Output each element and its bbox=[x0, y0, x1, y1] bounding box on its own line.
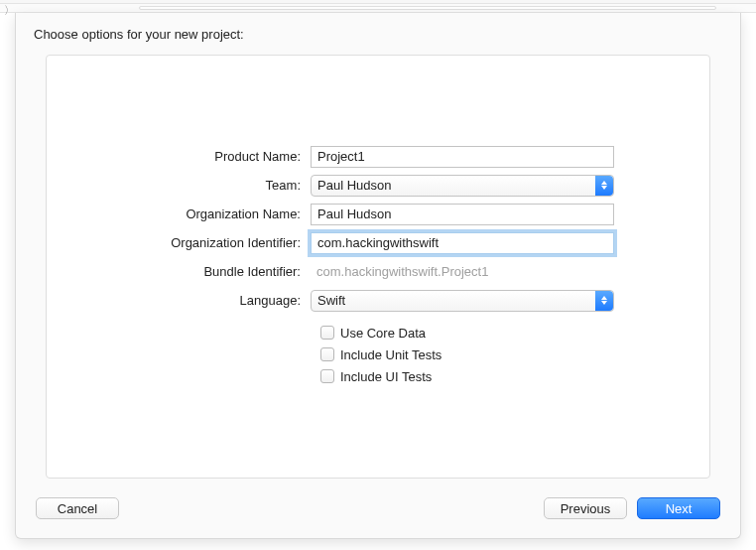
language-popup[interactable]: Swift bbox=[311, 290, 614, 312]
sheet-title: Choose options for your new project: bbox=[16, 13, 740, 42]
next-button[interactable]: Next bbox=[637, 497, 720, 519]
language-label: Language: bbox=[47, 293, 311, 308]
organization-identifier-label: Organization Identifier: bbox=[47, 235, 311, 250]
bundle-identifier-value: com.hackingwithswift.Project1 bbox=[311, 264, 488, 279]
previous-button[interactable]: Previous bbox=[544, 497, 627, 519]
organization-name-label: Organization Name: bbox=[47, 206, 311, 221]
use-core-data-label: Use Core Data bbox=[340, 326, 426, 341]
organization-name-input[interactable] bbox=[311, 204, 614, 225]
team-value: Paul Hudson bbox=[317, 178, 391, 193]
popup-arrows-icon bbox=[595, 291, 613, 311]
bundle-identifier-label: Bundle Identifier: bbox=[47, 264, 311, 279]
organization-identifier-input[interactable] bbox=[311, 232, 614, 254]
language-value: Swift bbox=[317, 293, 345, 308]
button-bar: Cancel Previous Next bbox=[16, 488, 740, 538]
team-popup[interactable]: Paul Hudson bbox=[311, 175, 614, 197]
options-form: Product Name: Team: Paul Hudson Organiza… bbox=[46, 55, 710, 479]
team-label: Team: bbox=[47, 178, 311, 193]
include-ui-tests-label: Include UI Tests bbox=[340, 369, 432, 384]
include-unit-tests-label: Include Unit Tests bbox=[340, 347, 441, 362]
include-unit-tests-checkbox[interactable] bbox=[320, 347, 334, 361]
popup-arrows-icon bbox=[595, 176, 613, 196]
back-chevron-icon: 〉 bbox=[4, 3, 15, 18]
use-core-data-checkbox[interactable] bbox=[320, 326, 334, 340]
new-project-options-sheet: Choose options for your new project: Pro… bbox=[15, 13, 741, 539]
product-name-input[interactable] bbox=[311, 146, 614, 168]
include-ui-tests-checkbox[interactable] bbox=[320, 369, 334, 383]
cancel-button[interactable]: Cancel bbox=[36, 497, 119, 519]
product-name-label: Product Name: bbox=[47, 149, 311, 164]
